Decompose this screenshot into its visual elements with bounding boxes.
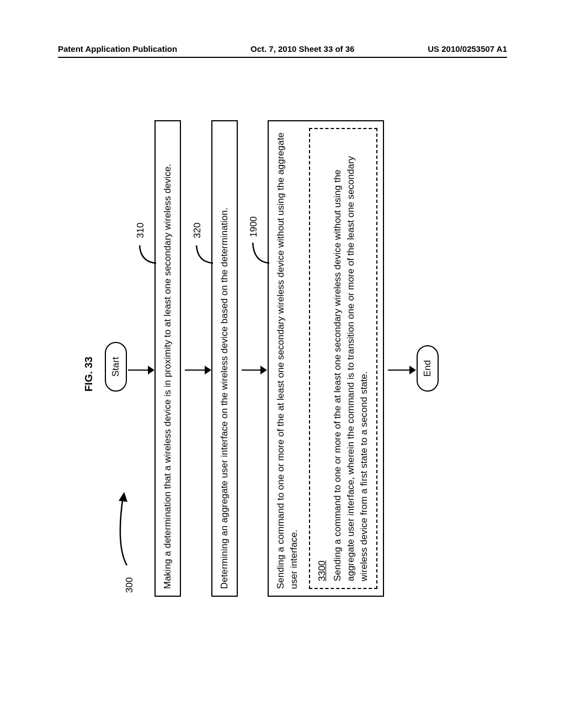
figure-container: FIG. 33 300 Start Making a determination… (83, 110, 482, 607)
ref-310-label: 310 (135, 223, 146, 238)
header-center: Oct. 7, 2010 Sheet 33 of 36 (250, 44, 354, 53)
header-left: Patent Application Publication (58, 44, 177, 53)
arrow-down-icon (409, 366, 416, 374)
step-320-text: Determining an aggregate user interface … (219, 207, 230, 589)
connector-line (185, 370, 205, 371)
ref-1900-bracket-icon (248, 237, 270, 267)
start-terminal: Start (105, 342, 127, 392)
step-310-text: Making a determination that a wireless d… (162, 164, 173, 589)
step-3300-text: Sending a command to one or more of the … (332, 156, 369, 581)
ref-1900-label: 1900 (248, 216, 259, 237)
start-label: Start (110, 357, 121, 377)
step-3300-box: 3300 Sending a command to one or more of… (309, 128, 377, 589)
header-right: US 2010/0253507 A1 (428, 44, 507, 53)
step-1900-box: Sending a command to one or more of the … (268, 120, 384, 597)
ref-320-bracket-icon (192, 240, 214, 267)
figure-title: FIG. 33 (83, 357, 95, 392)
ref-320-label: 320 (192, 223, 203, 238)
end-label: End (422, 360, 433, 377)
rotated-figure: FIG. 33 300 Start Making a determination… (83, 110, 482, 607)
ref-310-bracket-icon (135, 240, 157, 267)
step-1900-text: Sending a command to one or more of the … (275, 132, 299, 589)
connector-line (128, 370, 149, 371)
main-ref-label: 300 (124, 577, 135, 593)
main-ref-arrow-icon (113, 491, 135, 568)
arrow-down-icon (260, 366, 267, 374)
arrow-down-icon (205, 366, 211, 374)
connector-line (242, 370, 261, 371)
end-terminal: End (417, 345, 439, 392)
ref-3300-label: 3300 (316, 136, 329, 581)
step-310-box: Making a determination that a wireless d… (154, 120, 181, 597)
arrow-down-icon (148, 366, 154, 374)
connector-line (388, 370, 410, 371)
page-header: Patent Application Publication Oct. 7, 2… (58, 44, 507, 58)
step-320-box: Determining an aggregate user interface … (211, 120, 238, 597)
